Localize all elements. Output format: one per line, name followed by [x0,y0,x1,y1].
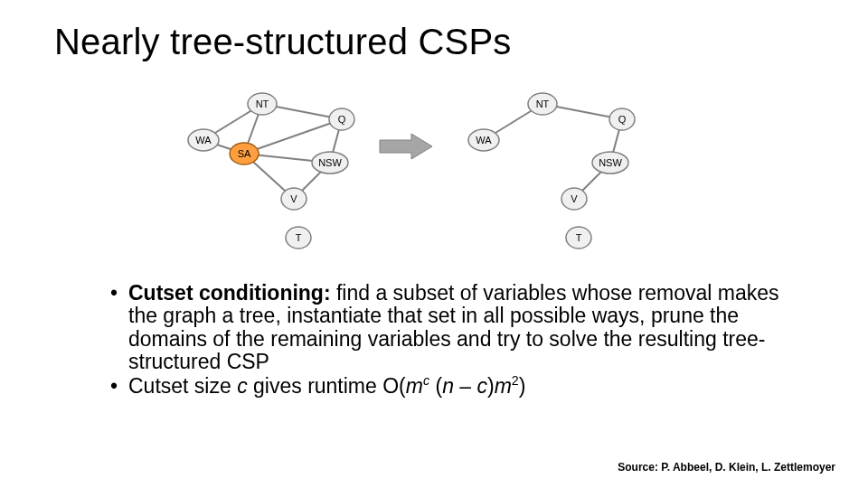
node-label: NT [256,99,269,109]
node-label: T [296,232,302,243]
node-label: WA [476,135,492,145]
b2-part: ( [429,374,442,398]
bullet-1: Cutset conditioning: find a subset of va… [108,282,796,373]
b2-m2: m [495,374,512,398]
node-label: NSW [599,157,622,168]
b2-sup-c: c [423,374,429,389]
right-graph: WA NT Q NSW V T [468,93,635,249]
node-label: SA [238,148,251,159]
node-wa: WA [468,129,499,151]
b2-part: ) [487,374,495,398]
b2-n: n [442,374,454,398]
node-label: NT [536,99,550,109]
arrow-icon [380,134,432,159]
b2-c: c [237,374,248,398]
slide-title: Nearly tree-structured CSPs [54,22,512,62]
b2-m1: m [406,374,423,398]
node-label: WA [195,135,212,145]
bullet-2: Cutset size c gives runtime O(mc (n – c)… [108,375,796,398]
graphs-figure: WA NT SA Q NSW V [176,90,683,262]
node-v: V [281,188,307,210]
bullet-1-lead: Cutset conditioning: [128,281,331,305]
node-label: V [571,193,578,204]
left-graph: WA NT SA Q NSW V [188,93,354,249]
b2-part: – [454,374,477,398]
node-label: V [290,193,297,204]
node-nt: NT [528,93,557,115]
source-credit: Source: P. Abbeel, D. Klein, L. Zettlemo… [618,461,835,474]
b2-part: ) [519,374,526,398]
slide: Nearly tree-structured CSPs WA NT [0,0,868,488]
node-label: Q [618,114,627,125]
node-label: Q [338,114,346,125]
b2-c2: c [477,374,488,398]
node-v: V [561,188,587,210]
node-label: T [576,232,582,243]
node-label: NSW [318,157,342,168]
node-nsw: NSW [312,152,348,174]
node-q: Q [609,108,635,130]
b2-part: Cutset size [128,374,237,398]
node-t: T [286,227,311,249]
bullet-list: Cutset conditioning: find a subset of va… [108,282,796,399]
node-nt: NT [248,93,277,115]
b2-part: gives runtime O( [248,374,406,398]
node-wa: WA [188,129,219,151]
edge-sa-q [244,119,342,154]
node-nsw: NSW [592,152,628,174]
svg-marker-7 [380,134,432,159]
node-sa: SA [230,143,259,164]
node-t: T [566,227,591,249]
node-q: Q [329,108,354,130]
b2-sup-2: 2 [512,374,519,389]
